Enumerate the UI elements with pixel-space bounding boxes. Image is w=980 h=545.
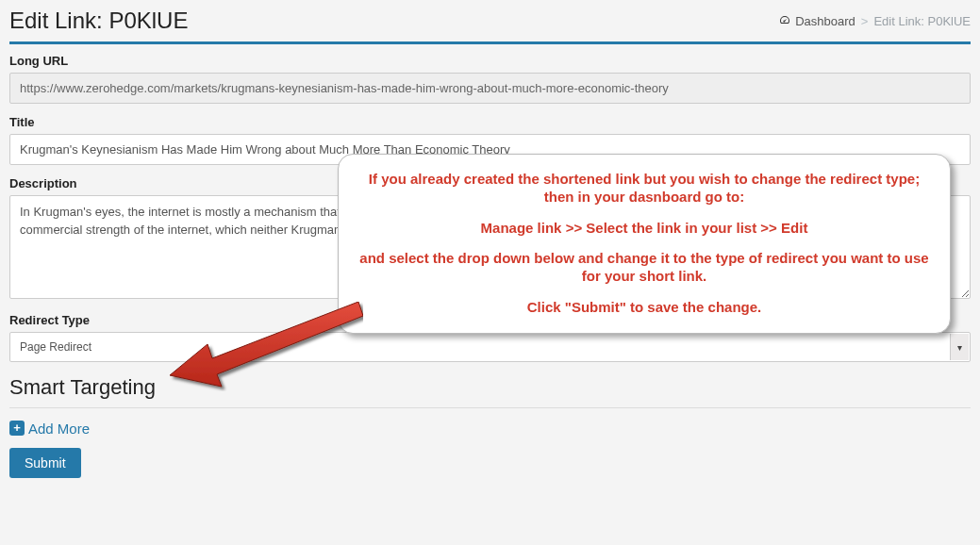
breadcrumb: Dashboard > Edit Link: P0KlUE <box>778 14 971 28</box>
callout-line-4: Click "Submit" to save the change. <box>354 299 935 317</box>
smart-targeting-heading: Smart Targeting <box>9 375 971 400</box>
redirect-type-select[interactable]: Page Redirect <box>9 332 971 362</box>
breadcrumb-dashboard-label: Dashboard <box>795 14 855 28</box>
page-title: Edit Link: P0KlUE <box>9 8 188 34</box>
dashboard-icon <box>778 14 791 28</box>
breadcrumb-dashboard-link[interactable]: Dashboard <box>778 14 855 28</box>
breadcrumb-current: Edit Link: P0KlUE <box>873 14 971 28</box>
callout-line-2: Manage link >> Select the link in your l… <box>354 220 935 238</box>
annotation-callout: If you already created the shortened lin… <box>338 154 951 334</box>
title-label: Title <box>9 115 971 129</box>
submit-button[interactable]: Submit <box>9 448 81 478</box>
add-more-button[interactable]: + Add More <box>9 421 90 437</box>
section-divider <box>9 407 971 408</box>
long-url-label: Long URL <box>9 54 971 68</box>
breadcrumb-separator: > <box>861 14 869 28</box>
page-header: Edit Link: P0KlUE Dashboard > Edit Link:… <box>9 8 971 44</box>
long-url-field <box>9 73 971 104</box>
callout-line-3: and select the drop down below and chang… <box>354 250 935 286</box>
callout-line-1: If you already created the shortened lin… <box>354 171 935 206</box>
add-more-label: Add More <box>28 421 90 437</box>
long-url-group: Long URL <box>9 54 971 104</box>
plus-icon: + <box>9 421 25 436</box>
